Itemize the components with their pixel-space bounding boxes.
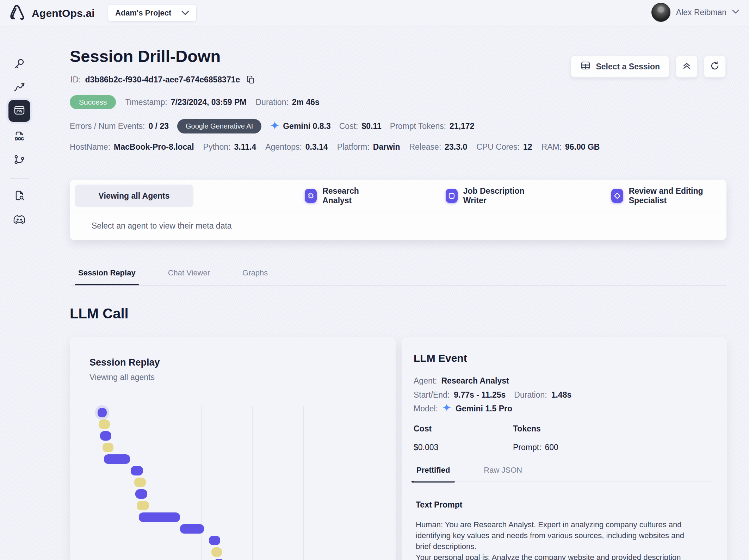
ram-label: RAM: — [541, 142, 562, 152]
collapse-button[interactable] — [676, 56, 698, 77]
sidebar-item-session-drilldown[interactable] — [8, 100, 30, 122]
sidebar-item-docs[interactable]: DOC — [11, 129, 27, 145]
gantt-bar[interactable] — [104, 454, 130, 464]
prompt-paragraph: Your personal goal is: Analyze the compa… — [416, 552, 687, 560]
session-drilldown-page: AgentOps.ai Adam's Project Alex Reibman — [0, 0, 749, 560]
chart-gridline — [252, 406, 253, 560]
gantt-bar[interactable] — [211, 547, 222, 557]
provider-badge[interactable]: Google Generative AI — [177, 119, 261, 133]
gantt-bar[interactable] — [131, 466, 143, 475]
gantt-bar[interactable] — [180, 524, 204, 534]
refresh-button[interactable] — [704, 56, 726, 77]
tab-agent-research-analyst[interactable]: Research Analyst — [305, 186, 380, 205]
sidebar-item-logs[interactable] — [11, 188, 27, 204]
select-session-button[interactable]: Select a Session — [571, 56, 669, 77]
session-id-label: ID: — [70, 75, 81, 85]
gantt-bar[interactable] — [209, 536, 220, 545]
cost-amount: $0.003 — [414, 443, 438, 452]
prompt-tokens-value: 21,172 — [450, 122, 474, 131]
gantt-bar[interactable] — [137, 501, 149, 510]
agent-label: Research Analyst — [322, 186, 380, 205]
llm-event-card: LLM Event Agent: Research Analyst Start/… — [402, 337, 727, 560]
tabs-divider — [70, 285, 726, 286]
table-icon — [580, 60, 591, 73]
tab-chat-viewer[interactable]: Chat Viewer — [168, 268, 210, 286]
gantt-bar[interactable] — [99, 419, 110, 429]
refresh-icon — [710, 61, 720, 73]
prompt-tabs-divider — [414, 481, 713, 481]
gantt-bar[interactable] — [103, 443, 114, 452]
startend-value: 9.77s - 11.25s — [454, 390, 506, 400]
chevrons-up-icon — [682, 61, 691, 72]
agentops-label: Agentops: — [265, 142, 302, 152]
hostname-value: MacBook-Pro-8.local — [114, 142, 194, 152]
tab-session-replay[interactable]: Session Replay — [78, 268, 136, 286]
llm-agent-row: Agent: Research Analyst — [414, 376, 509, 386]
gantt-bar[interactable] — [100, 431, 111, 441]
agent-diamond-icon — [611, 189, 623, 203]
gemini-star-icon — [270, 120, 280, 132]
prompt-label: Prompt: — [513, 443, 541, 452]
llm-timing-row: Start/End: 9.77s - 11.25s Duration: 1.48… — [414, 390, 571, 400]
cpu-cores-label: CPU Cores: — [476, 142, 520, 152]
tab-prettified[interactable]: Prettified — [416, 466, 450, 483]
cost-heading: Cost — [414, 424, 438, 434]
agent-cross-icon — [305, 189, 317, 203]
user-menu[interactable]: Alex Reibman — [651, 3, 739, 22]
sidebar-item-traces[interactable] — [11, 152, 27, 168]
page-title: Session Drill-Down — [70, 46, 221, 66]
tab-viewing-all-agents[interactable]: Viewing all Agents — [75, 185, 193, 207]
section-title: LLM Call — [70, 306, 129, 322]
platform-label: Platform: — [337, 142, 370, 152]
gantt-bar[interactable] — [135, 489, 147, 499]
llm-model-row: Model: Gemini 1.5 Pro — [414, 403, 512, 414]
chart-gridline — [99, 406, 99, 560]
svg-text:DOC: DOC — [15, 137, 24, 141]
ram-value: 96.00 GB — [565, 142, 600, 152]
sidebar-item-api-keys[interactable] — [11, 56, 27, 73]
startend-label: Start/End: — [414, 390, 450, 400]
session-id-value: d3b86b2c-f930-4d17-aee7-674e6858371e — [85, 75, 240, 85]
user-name: Alex Reibman — [676, 8, 726, 17]
sidebar-item-discord[interactable] — [11, 212, 27, 228]
copy-icon[interactable] — [246, 75, 255, 85]
session-drilldown-icon — [13, 104, 26, 118]
cost-label: Cost: — [339, 122, 358, 131]
agents-tab-row: Viewing all Agents Research Analyst Job … — [70, 180, 726, 212]
tab-graphs[interactable]: Graphs — [242, 268, 268, 286]
tab-agent-job-description-writer[interactable]: Job Description Writer — [446, 186, 537, 205]
agentops-logo-icon — [9, 4, 27, 23]
tokens-heading: Tokens — [513, 424, 558, 434]
agents-panel-divider — [70, 212, 726, 212]
top-navigation-bar: AgentOps.ai Adam's Project Alex Reibman — [0, 0, 749, 26]
session-replay-gantt-chart[interactable] — [82, 406, 315, 560]
tab-raw-json[interactable]: Raw JSON — [484, 466, 522, 483]
gantt-bar[interactable] — [134, 478, 146, 487]
model-value: Gemini 1.5 Pro — [456, 404, 512, 413]
llm-event-title: LLM Event — [414, 352, 467, 364]
left-sidebar: DOC — [0, 26, 39, 560]
tokens-column: Tokens Prompt: 600 — [513, 424, 558, 452]
agent-square-icon — [446, 189, 458, 203]
status-row: Success Timestamp: 7/23/2024, 03:59 PM D… — [70, 95, 320, 109]
replay-card-title: Session Replay — [89, 357, 160, 368]
release-value: 23.3.0 — [445, 142, 467, 152]
sidebar-item-analytics[interactable] — [11, 80, 27, 96]
brand[interactable]: AgentOps.ai — [9, 4, 95, 23]
avatar — [651, 3, 670, 22]
chart-gridline — [150, 406, 150, 560]
gantt-bar[interactable] — [139, 512, 180, 522]
agent-label: Job Description Writer — [463, 186, 537, 205]
session-replay-card: Session Replay Viewing all agents — [70, 337, 396, 560]
model-label: Model: — [414, 404, 438, 413]
view-tabs: Session Replay Chat Viewer Graphs — [78, 268, 268, 286]
text-prompt-heading: Text Prompt — [416, 500, 462, 510]
discord-icon — [13, 214, 26, 226]
git-branch-icon — [13, 154, 25, 167]
gantt-bar[interactable] — [98, 408, 107, 417]
prompt-tokens-label: Prompt Tokens: — [390, 122, 446, 131]
tab-agent-review-editing-specialist[interactable]: Review and Editing Specialist — [611, 186, 726, 205]
timestamp-value: 7/23/2024, 03:59 PM — [171, 98, 247, 107]
project-selector[interactable]: Adam's Project — [108, 5, 197, 21]
status-badge: Success — [70, 95, 116, 109]
